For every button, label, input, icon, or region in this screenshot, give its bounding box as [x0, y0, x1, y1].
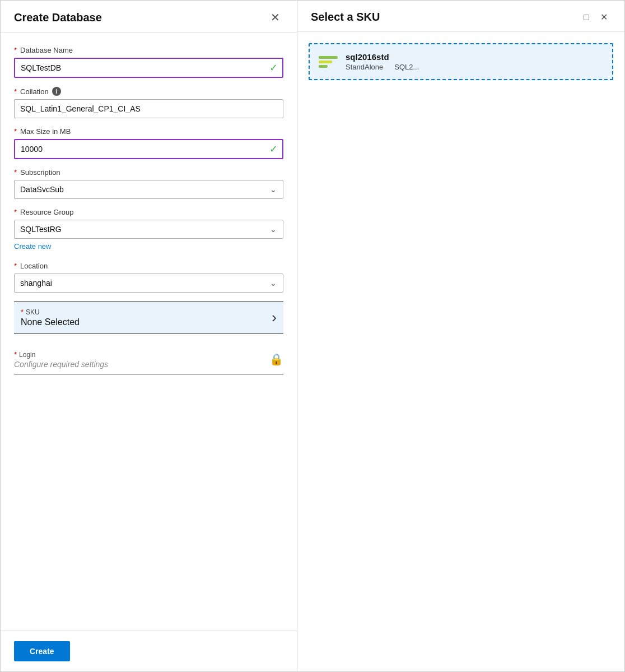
sku-bar-2 — [319, 61, 332, 63]
resource-group-select-wrapper: SQLTestRG ⌄ — [14, 220, 283, 239]
right-close-button[interactable]: ✕ — [597, 12, 611, 23]
sku-list-item[interactable]: sql2016std StandAlone SQL2... — [309, 43, 613, 80]
create-database-panel: Create Database ✕ * Database Name ✓ — [1, 1, 297, 671]
login-field-label: * Login — [14, 350, 108, 359]
required-star-maxsize: * — [14, 127, 17, 136]
login-field-placeholder: Configure required settings — [14, 360, 108, 369]
sku-item-version: SQL2... — [394, 63, 419, 71]
collation-info-icon[interactable]: i — [52, 87, 61, 96]
location-select-wrapper: shanghai ⌄ — [14, 274, 283, 293]
app-container: Create Database ✕ * Database Name ✓ — [0, 0, 625, 672]
sku-bar-1 — [319, 56, 338, 59]
collation-label: * Collation i — [14, 87, 283, 96]
left-panel-footer: Create — [1, 631, 297, 671]
collation-group: * Collation i — [14, 87, 283, 118]
create-button[interactable]: Create — [14, 641, 70, 661]
required-star: * — [14, 46, 17, 54]
max-size-input[interactable] — [14, 139, 283, 159]
subscription-select[interactable]: DataSvcSub — [14, 180, 283, 199]
required-star-login: * — [14, 350, 17, 359]
sku-item-type: StandAlone — [346, 63, 383, 71]
max-size-label: * Max Size in MB — [14, 127, 283, 136]
required-star-rg: * — [14, 208, 17, 216]
sku-field-label: * SKU — [21, 308, 80, 316]
location-select[interactable]: shanghai — [14, 274, 283, 293]
login-field[interactable]: * Login Configure required settings 🔒 — [14, 345, 283, 375]
database-name-checkmark: ✓ — [269, 62, 278, 74]
left-panel-body: * Database Name ✓ * Collation i — [1, 33, 297, 631]
collation-input-wrapper — [14, 99, 283, 118]
sku-chevron-right-icon: › — [272, 309, 277, 326]
left-close-button[interactable]: ✕ — [267, 11, 283, 24]
sku-item-name: sql2016std — [346, 52, 419, 62]
sku-group: * SKU None Selected › — [14, 302, 283, 333]
sku-field-inner: * SKU None Selected — [21, 308, 80, 327]
required-star-collation: * — [14, 87, 17, 96]
resource-group-group: * Resource Group SQLTestRG ⌄ Create new — [14, 208, 283, 251]
max-size-checkmark: ✓ — [269, 143, 278, 155]
collation-input[interactable] — [14, 99, 283, 118]
database-name-input[interactable] — [14, 58, 283, 78]
left-panel-header: Create Database ✕ — [1, 1, 297, 33]
location-label: * Location — [14, 262, 283, 270]
database-name-label: * Database Name — [14, 46, 283, 54]
resource-group-select[interactable]: SQLTestRG — [14, 220, 283, 239]
max-size-input-wrapper: ✓ — [14, 139, 283, 159]
create-new-link[interactable]: Create new — [14, 242, 51, 251]
database-name-input-wrapper: ✓ — [14, 58, 283, 78]
login-field-inner: * Login Configure required settings — [14, 350, 108, 369]
right-panel-body: sql2016std StandAlone SQL2... — [297, 32, 624, 671]
sku-bar-3 — [319, 65, 328, 68]
max-size-group: * Max Size in MB ✓ — [14, 127, 283, 159]
sku-item-icon — [319, 56, 338, 68]
select-sku-panel: Select a SKU □ ✕ sql2016std — [297, 1, 624, 671]
location-group: * Location shanghai ⌄ — [14, 262, 283, 293]
subscription-select-wrapper: DataSvcSub ⌄ — [14, 180, 283, 199]
login-group: * Login Configure required settings 🔒 — [14, 345, 283, 375]
subscription-group: * Subscription DataSvcSub ⌄ — [14, 168, 283, 199]
resource-group-label: * Resource Group — [14, 208, 283, 216]
right-header-buttons: □ ✕ — [580, 12, 611, 23]
sku-item-details: StandAlone SQL2... — [346, 63, 419, 71]
database-name-group: * Database Name ✓ — [14, 46, 283, 78]
required-star-sku: * — [21, 308, 24, 316]
subscription-label: * Subscription — [14, 168, 283, 177]
sku-field[interactable]: * SKU None Selected › — [14, 302, 283, 333]
required-star-sub: * — [14, 168, 17, 177]
right-panel-title: Select a SKU — [311, 11, 380, 24]
left-panel-title: Create Database — [14, 11, 102, 24]
lock-icon: 🔒 — [269, 353, 283, 366]
sku-item-info: sql2016std StandAlone SQL2... — [346, 52, 419, 71]
maximize-button[interactable]: □ — [580, 12, 593, 23]
sku-field-value: None Selected — [21, 317, 80, 327]
right-panel-header: Select a SKU □ ✕ — [297, 1, 624, 32]
required-star-location: * — [14, 262, 17, 270]
square-icon: □ — [584, 12, 589, 22]
